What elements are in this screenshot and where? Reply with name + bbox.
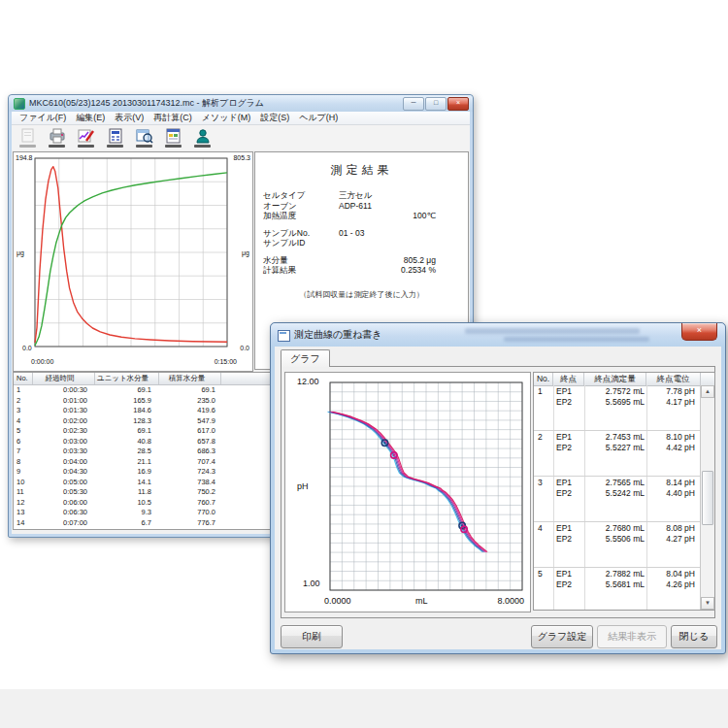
toolbar-button-report[interactable]	[160, 127, 186, 151]
col-no[interactable]: No.	[534, 373, 553, 385]
cell: 0:03:30	[33, 447, 95, 457]
ep-group-number: 4	[538, 523, 543, 533]
scroll-up-button[interactable]: ▲	[701, 385, 714, 398]
result-row: セルタイプ三方セル	[263, 190, 460, 201]
col-endpoint-volume[interactable]: 終点滴定量	[584, 373, 646, 385]
cell: 8.10 pH	[645, 432, 699, 443]
ep-line: EP12.7453 mL8.10 pH	[553, 432, 699, 443]
col-endpoint[interactable]: 終点	[553, 373, 584, 385]
cell: 0:03:00	[33, 437, 95, 447]
result-row: 計算結果0.2534 %	[263, 265, 460, 276]
results-note: （試料回収量は測定終了後に入力）	[263, 289, 460, 300]
result-label: セルタイプ	[263, 190, 339, 201]
cell: EP1	[553, 569, 584, 579]
menu-view[interactable]: 表示(V)	[110, 112, 149, 124]
result-label: 計算結果	[263, 265, 339, 276]
minimize-button[interactable]: ─	[403, 97, 424, 111]
col-cumulative-moisture[interactable]: 積算水分量	[159, 373, 221, 384]
toolbar-button-graph-edit[interactable]	[73, 127, 99, 151]
cell: 7.78 pH	[645, 386, 699, 397]
cell: 6.7	[95, 518, 159, 529]
toolbar-button-preview[interactable]	[131, 127, 157, 151]
ep-table-row-group[interactable]: 2EP12.7453 mL8.10 pHEP25.5227 mL4.42 pH	[534, 431, 701, 477]
preview-icon	[136, 128, 153, 144]
toolbar-button-print[interactable]	[44, 127, 70, 151]
maximize-button[interactable]: □	[425, 97, 447, 111]
cell: 0:07:00	[33, 518, 95, 529]
col-endpoint-potential[interactable]: 終点電位	[646, 373, 701, 385]
ph-axis-max: 12.00	[297, 377, 319, 386]
ep-table-row-group[interactable]: 1EP12.7572 mL7.78 pHEP25.5695 mL4.17 pH	[534, 385, 701, 431]
col-unit-moisture[interactable]: ユニット水分量	[95, 373, 159, 384]
ep-table-row-group[interactable]: 3EP12.7565 mL8.14 pHEP25.5242 mL4.40 pH	[534, 477, 701, 522]
menu-method[interactable]: メソッド(M)	[197, 112, 255, 124]
scroll-down-button[interactable]: ▼	[701, 597, 714, 610]
ep-table-row-group[interactable]: 5EP12.7882 mL8.04 pHEP25.5681 mL4.26 pH	[534, 568, 701, 610]
cell: 617.0	[159, 426, 221, 437]
moisture-chart	[14, 152, 250, 369]
col-elapsed-time[interactable]: 経過時間	[33, 373, 95, 384]
ep-group-number: 3	[538, 478, 543, 487]
cell: EP1	[553, 386, 584, 397]
cell: 10	[14, 478, 33, 488]
result-row: 水分量805.2 μg	[263, 255, 460, 266]
result-label: 加熱温度	[263, 211, 339, 221]
cell: 5.5506 mL	[584, 534, 645, 545]
menu-help[interactable]: ヘルプ(H)	[294, 112, 343, 124]
cell: 0:00:30	[33, 385, 95, 396]
cell: 776.7	[159, 518, 221, 529]
toolbar-button-calc[interactable]	[102, 127, 128, 151]
vertical-scrollbar[interactable]: ▲ ▼	[700, 385, 714, 610]
dialog-close-button[interactable]: ×	[681, 323, 717, 341]
open-icon	[19, 128, 37, 144]
window-titlebar[interactable]: MKC610(05/23)1245 20130301174312.mc - 解析…	[9, 95, 473, 112]
cell: 547.9	[159, 416, 221, 427]
print-button[interactable]: 印刷	[281, 625, 343, 648]
menu-settings[interactable]: 設定(S)	[255, 112, 294, 124]
ep-table-row-group[interactable]: 4EP12.7680 mL8.08 pHEP25.5506 mL4.27 pH	[534, 522, 701, 568]
tab-graph[interactable]: グラフ	[281, 349, 330, 367]
col-no[interactable]: No.	[14, 373, 33, 384]
ep-line: EP25.5227 mL4.42 pH	[553, 443, 699, 453]
cell: EP1	[553, 523, 584, 534]
toolbar-button-caption	[78, 145, 94, 148]
menu-edit[interactable]: 編集(E)	[71, 112, 110, 124]
cell: 750.2	[159, 487, 221, 498]
result-row: サンプルNo.01 - 03	[263, 228, 460, 239]
cell: 2.7572 mL	[584, 386, 645, 397]
scrollbar-thumb[interactable]	[702, 471, 713, 525]
menu-file[interactable]: ファイル(F)	[15, 112, 71, 124]
cell: 69.1	[95, 385, 159, 396]
close-button[interactable]: ×	[447, 97, 469, 111]
menu-recalc[interactable]: 再計算(C)	[149, 112, 197, 124]
cell: 760.7	[159, 498, 221, 509]
toolbar-button-open[interactable]	[15, 127, 41, 151]
ph-graph-panel: 12.00 1.00 pH 0.0000 mL 8.0000	[284, 372, 531, 612]
toolbar-button-caption	[19, 145, 36, 148]
hide-results-button[interactable]: 結果非表示	[597, 625, 667, 648]
cell: EP2	[553, 488, 584, 499]
cell: 7	[14, 447, 33, 457]
ep-line: EP12.7882 mL8.04 pH	[553, 569, 699, 579]
cell: 5	[14, 426, 33, 437]
cell: 4.27 pH	[645, 534, 699, 545]
ep-line: EP25.5695 mL4.17 pH	[553, 397, 699, 408]
cell: 2.7882 mL	[584, 569, 645, 579]
cell: 4.26 pH	[645, 579, 699, 590]
dialog-titlebar[interactable]: 測定曲線の重ね書き	[271, 323, 725, 347]
results-title: 測定結果	[263, 162, 460, 179]
cell: 16.9	[95, 467, 159, 478]
cell: 2.7453 mL	[584, 432, 645, 443]
toolbar	[12, 125, 470, 153]
cell: 13	[14, 508, 33, 518]
close-dialog-button[interactable]: 閉じる	[671, 625, 717, 648]
result-value: 01 - 03	[339, 228, 455, 239]
cell: 11	[14, 487, 33, 498]
cell: 0:02:00	[33, 416, 95, 427]
cell: 0:06:30	[33, 508, 95, 518]
toolbar-button-user[interactable]	[189, 127, 215, 151]
graph-settings-button[interactable]: グラフ設定	[531, 625, 593, 648]
cell: 9	[14, 467, 33, 478]
cell: 6	[14, 437, 33, 447]
print-icon	[49, 128, 66, 144]
